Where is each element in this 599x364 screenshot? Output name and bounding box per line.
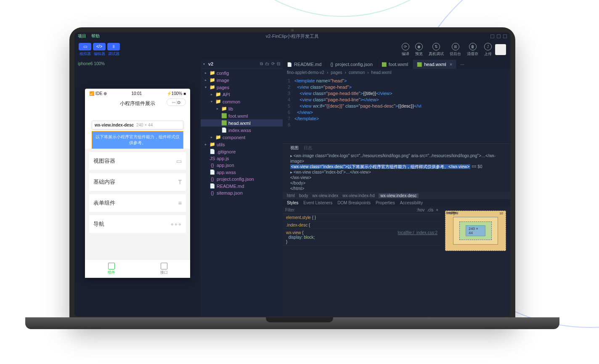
card-item[interactable]: 基础内容T bbox=[89, 173, 186, 191]
win-max-icon[interactable] bbox=[497, 34, 501, 38]
tree-.gitignore[interactable]: 📄.gitignore bbox=[201, 148, 283, 155]
toggle-editor[interactable]: </> bbox=[93, 43, 106, 50]
toolbar-上传[interactable]: ⤴上传 bbox=[484, 43, 492, 57]
editor-panel: 📄README.md{}project.config.json🟩foot.wxm… bbox=[283, 60, 510, 317]
tree-app.wxss[interactable]: 📄app.wxss bbox=[201, 169, 283, 176]
editor-tab[interactable]: 🟩head.wxml× bbox=[413, 60, 457, 69]
win-min-icon[interactable] bbox=[490, 34, 494, 38]
dom-tree[interactable]: ▸ <wx-image class="index-logo" src="../r… bbox=[283, 152, 510, 192]
tree-README.md[interactable]: 📄README.md bbox=[201, 182, 283, 190]
camera-dot bbox=[291, 29, 294, 32]
status-signal: 📶 IDE ⊕ bbox=[89, 91, 107, 96]
highlighted-element[interactable]: 以下将展示小程序官方组件能力，组件样式仅供参考。 bbox=[92, 131, 183, 149]
card-item[interactable]: 表单组件≡ bbox=[89, 194, 186, 212]
box-model: margin 10 border padding 240 × 44 bbox=[441, 206, 510, 317]
card-item[interactable]: 导航∘∘∘ bbox=[89, 215, 186, 233]
win-close-icon[interactable] bbox=[503, 34, 507, 38]
laptop-notch bbox=[266, 317, 333, 322]
new-folder-icon[interactable]: 🗀 bbox=[265, 61, 269, 66]
tree-foot.wxml[interactable]: 🟩foot.wxml bbox=[201, 112, 283, 119]
status-battery: ⚡100% ■ bbox=[167, 91, 186, 96]
tree-utils[interactable]: ▸📁utils bbox=[201, 141, 283, 148]
project-root[interactable]: v2 bbox=[208, 61, 213, 66]
tree-lib[interactable]: ▸📁lib bbox=[201, 105, 283, 112]
menu-help[interactable]: 帮助 bbox=[91, 33, 100, 39]
page-title: 小程序组件展示 bbox=[120, 100, 155, 106]
editor-tab[interactable]: 🟩foot.wxml bbox=[377, 60, 413, 69]
new-file-icon[interactable]: ⧉ bbox=[260, 61, 263, 66]
tree-app.js[interactable]: JSapp.js bbox=[201, 155, 283, 162]
tree-sitemap.json[interactable]: {}sitemap.json bbox=[201, 190, 283, 196]
toolbar-清缓存[interactable]: 🗑清缓存 bbox=[467, 43, 478, 57]
simulator-device-label[interactable]: iphone6 100% bbox=[74, 60, 201, 68]
tree-app.json[interactable]: {}app.json bbox=[201, 162, 283, 169]
toolbar-真机调试[interactable]: ⇅真机调试 bbox=[429, 43, 444, 57]
editor-tab[interactable]: {}project.config.json bbox=[326, 60, 377, 69]
tree-head.wxml[interactable]: 🟩head.wxml bbox=[201, 119, 283, 127]
refresh-icon[interactable]: ⟳ bbox=[271, 61, 275, 66]
tree-config[interactable]: ▸📁config bbox=[201, 69, 283, 76]
menu-bar: 项目 帮助 bbox=[74, 32, 510, 40]
toolbar-预览[interactable]: ◉预览 bbox=[415, 43, 423, 57]
tree-image[interactable]: ▸📁image bbox=[201, 76, 283, 84]
toggle-debugger[interactable]: ⫴ bbox=[107, 43, 120, 50]
toolbar-切后台[interactable]: ⊞切后台 bbox=[450, 43, 461, 57]
tree-API[interactable]: ▸📁API bbox=[201, 91, 283, 98]
toggle-simulator[interactable]: ▭ bbox=[79, 43, 91, 50]
card-item[interactable]: 视图容器▭ bbox=[89, 152, 186, 170]
tree-common[interactable]: ▾📁common bbox=[201, 98, 283, 105]
ide-window: 项目 帮助 v2-FinClip小程序开发工具 ▭ </> ⫴ 模拟器编辑器调试… bbox=[74, 32, 510, 317]
editor-tab[interactable]: 📄README.md bbox=[283, 60, 326, 69]
status-time: 10:01 bbox=[131, 91, 142, 96]
inspect-tooltip: wx-view.index-desc240 × 44 bbox=[92, 121, 183, 129]
devtools-panel: 视图日志 ▸ <wx-image class="index-logo" src=… bbox=[283, 143, 510, 317]
capsule-button[interactable]: ···⊙ bbox=[167, 98, 186, 106]
menu-project[interactable]: 项目 bbox=[78, 33, 86, 39]
collapse-icon[interactable]: ⊟ bbox=[277, 61, 280, 66]
laptop-frame: 项目 帮助 v2-FinClip小程序开发工具 ▭ </> ⫴ 模拟器编辑器调试… bbox=[69, 27, 515, 322]
styles-filter-input[interactable] bbox=[283, 206, 414, 214]
tree-pages[interactable]: ▾📁pages bbox=[201, 84, 283, 91]
styles-panel[interactable]: :hov.cls+ element.style { }.index-desc {… bbox=[283, 206, 441, 317]
tab-接口[interactable]: 接口 bbox=[138, 260, 190, 278]
file-explorer: ▾ v2 ⧉ 🗀 ⟳ ⊟ ▸📁config▸📁image▾📁pages▸📁API… bbox=[201, 60, 283, 317]
toolbar: ▭ </> ⫴ 模拟器编辑器调试器 ⟳编译◉预览⇅真机调试⊞切后台🗑清缓存⤴上传 bbox=[74, 40, 510, 60]
simulator-panel: iphone6 100% 📶 IDE ⊕ 10:01 ⚡100% ■ 小程序组件… bbox=[74, 60, 201, 317]
tree-project.config.json[interactable]: {}project.config.json bbox=[201, 176, 283, 182]
phone-simulator: 📶 IDE ⊕ 10:01 ⚡100% ■ 小程序组件展示 ···⊙ wx-vi… bbox=[85, 89, 190, 278]
tree-index.wxss[interactable]: 📄index.wxss bbox=[201, 127, 283, 134]
tab-组件[interactable]: 组件 bbox=[85, 260, 138, 278]
user-avatar[interactable] bbox=[495, 44, 506, 55]
tree-component[interactable]: ▸📁component bbox=[201, 134, 283, 141]
tabs-more-icon[interactable]: ··· bbox=[457, 62, 467, 67]
code-editor[interactable]: 1<template name="head">2 <view class="pa… bbox=[283, 76, 510, 143]
toolbar-编译[interactable]: ⟳编译 bbox=[402, 43, 409, 57]
